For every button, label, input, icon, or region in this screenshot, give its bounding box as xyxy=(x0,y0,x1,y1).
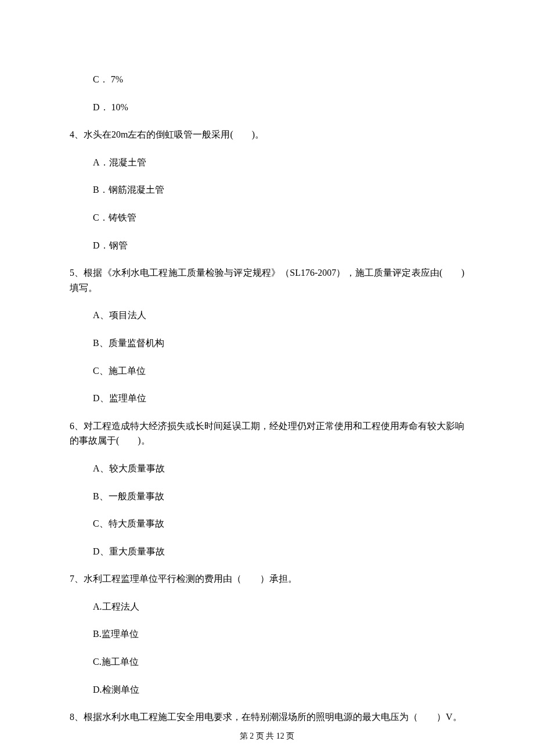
q4-option-b: B．钢筋混凝土管 xyxy=(70,182,464,197)
q7-text: 7、水利工程监理单位平行检测的费用由（ ）承担。 xyxy=(70,571,464,586)
q6-option-d: D、重大质量事故 xyxy=(70,544,464,559)
q7-option-d: D.检测单位 xyxy=(70,682,464,697)
q3-option-d: D． 10% xyxy=(70,100,464,115)
q5-text: 5、根据《水利水电工程施工质量检验与评定规程》（SL176-2007），施工质量… xyxy=(70,265,464,295)
q6-text: 6、对工程造成特大经济损失或长时间延误工期，经处理仍对正常使用和工程使用寿命有较… xyxy=(70,419,464,448)
q8-text: 8、根据水利水电工程施工安全用电要求，在特别潮湿场所的照明电源的最大电压为（ ）… xyxy=(70,710,464,725)
q6-option-c: C、特大质量事故 xyxy=(70,516,464,531)
q4-option-c: C．铸铁管 xyxy=(70,210,464,225)
q4-text: 4、水头在20m左右的倒虹吸管一般采用( )。 xyxy=(70,127,464,142)
q7-option-a: A.工程法人 xyxy=(70,599,464,614)
q5-option-c: C、施工单位 xyxy=(70,363,464,379)
q6-option-b: B、一般质量事故 xyxy=(70,489,464,504)
q3-option-c: C． 7% xyxy=(70,72,464,87)
q5-option-b: B、质量监督机构 xyxy=(70,336,464,351)
q7-option-c: C.施工单位 xyxy=(70,654,464,669)
q5-option-d: D、监理单位 xyxy=(70,391,464,406)
q4-option-a: A．混凝土管 xyxy=(70,155,464,170)
q5-option-a: A、项目法人 xyxy=(70,308,464,323)
q6-option-a: A、较大质量事故 xyxy=(70,461,464,476)
document-page: C． 7% D． 10% 4、水头在20m左右的倒虹吸管一般采用( )。 A．混… xyxy=(0,0,534,756)
q4-option-d: D．钢管 xyxy=(70,238,464,253)
page-footer: 第 2 页 共 12 页 xyxy=(0,730,534,743)
q7-option-b: B.监理单位 xyxy=(70,627,464,642)
